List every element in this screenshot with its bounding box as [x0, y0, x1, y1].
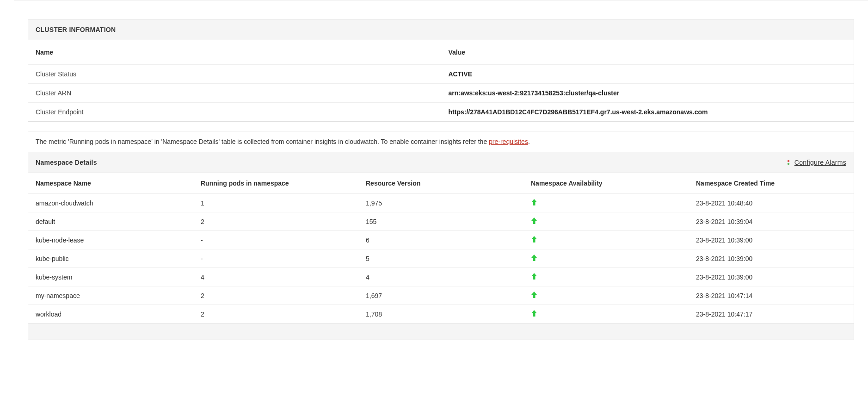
ns-cell-name: default — [28, 212, 193, 231]
svg-point-0 — [788, 160, 789, 162]
ns-cell-avail — [523, 286, 689, 305]
ns-cell-res: 6 — [358, 231, 523, 249]
table-row: Cluster ARN arn:aws:eks:us-west-2:921734… — [28, 84, 854, 103]
ns-cell-name: workload — [28, 305, 193, 323]
cluster-info-table: Name Value Cluster Status ACTIVE Cluster… — [28, 40, 854, 121]
ns-cell-time: 23-8-2021 10:39:04 — [689, 212, 854, 231]
ns-cell-time: 23-8-2021 10:48:40 — [689, 194, 854, 212]
ns-cell-pods: 2 — [193, 305, 358, 323]
ns-cell-res: 4 — [358, 268, 523, 286]
ns-cell-time: 23-8-2021 10:39:00 — [689, 268, 854, 286]
up-arrow-icon — [531, 254, 537, 261]
table-row: kube-public-523-8-2021 10:39:00 — [28, 249, 854, 268]
ns-cell-pods: - — [193, 231, 358, 249]
table-row: amazon-cloudwatch11,97523-8-2021 10:48:4… — [28, 194, 854, 212]
table-row: workload21,70823-8-2021 10:47:17 — [28, 305, 854, 323]
cluster-info-value: https://278A41AD1BD12C4FC7D296ABB5171EF4… — [441, 103, 854, 122]
ns-cell-name: kube-node-lease — [28, 231, 193, 249]
ns-header-time: Namespace Created Time — [689, 173, 854, 194]
up-arrow-icon — [531, 291, 537, 298]
ns-cell-time: 23-8-2021 10:47:17 — [689, 305, 854, 323]
ns-cell-avail — [523, 231, 689, 249]
table-row: default215523-8-2021 10:39:04 — [28, 212, 854, 231]
alarm-icon — [785, 159, 792, 166]
cluster-info-key: Cluster ARN — [28, 84, 441, 103]
configure-alarms-label: Configure Alarms — [794, 159, 846, 166]
notice-text-prefix: The metric 'Running pods in namespace' i… — [36, 138, 489, 145]
up-arrow-icon — [531, 236, 537, 243]
ns-cell-name: amazon-cloudwatch — [28, 194, 193, 212]
ns-header-pods: Running pods in namespace — [193, 173, 358, 194]
cluster-info-panel: CLUSTER INFORMATION Name Value Cluster S… — [28, 19, 854, 122]
ns-cell-res: 155 — [358, 212, 523, 231]
configure-alarms-link[interactable]: Configure Alarms — [785, 159, 846, 166]
ns-cell-res: 1,708 — [358, 305, 523, 323]
ns-cell-res: 1,975 — [358, 194, 523, 212]
up-arrow-icon — [531, 310, 537, 317]
notice-banner: The metric 'Running pods in namespace' i… — [28, 131, 854, 152]
ns-cell-pods: - — [193, 249, 358, 268]
ns-cell-pods: 2 — [193, 286, 358, 305]
namespace-details-title: Namespace Details — [36, 159, 97, 166]
ns-cell-avail — [523, 249, 689, 268]
namespace-details-panel: Namespace Details Configure Alarms Names… — [28, 152, 854, 340]
table-row: my-namespace21,69723-8-2021 10:47:14 — [28, 286, 854, 305]
ns-header-avail: Namespace Availability — [523, 173, 689, 194]
ns-header-name: Namespace Name — [28, 173, 193, 194]
ns-cell-res: 1,697 — [358, 286, 523, 305]
ns-cell-avail — [523, 212, 689, 231]
ns-cell-res: 5 — [358, 249, 523, 268]
ns-cell-time: 23-8-2021 10:47:14 — [689, 286, 854, 305]
cluster-info-value: arn:aws:eks:us-west-2:921734158253:clust… — [441, 84, 854, 103]
cluster-info-header-value: Value — [441, 40, 854, 65]
table-row: Cluster Status ACTIVE — [28, 65, 854, 84]
ns-cell-name: kube-system — [28, 268, 193, 286]
ns-cell-pods: 4 — [193, 268, 358, 286]
namespace-table: Namespace Name Running pods in namespace… — [28, 173, 854, 323]
table-row: kube-system4423-8-2021 10:39:00 — [28, 268, 854, 286]
up-arrow-icon — [531, 273, 537, 280]
namespace-table-footer — [28, 323, 854, 340]
up-arrow-icon — [531, 199, 537, 206]
cluster-info-key: Cluster Status — [28, 65, 441, 84]
ns-header-res: Resource Version — [358, 173, 523, 194]
ns-cell-pods: 1 — [193, 194, 358, 212]
ns-cell-avail — [523, 194, 689, 212]
table-row: Cluster Endpoint https://278A41AD1BD12C4… — [28, 103, 854, 122]
ns-cell-time: 23-8-2021 10:39:00 — [689, 231, 854, 249]
cluster-info-key: Cluster Endpoint — [28, 103, 441, 122]
cluster-info-value: ACTIVE — [441, 65, 854, 84]
svg-point-1 — [788, 163, 789, 165]
ns-cell-name: my-namespace — [28, 286, 193, 305]
ns-cell-time: 23-8-2021 10:39:00 — [689, 249, 854, 268]
notice-text-suffix: . — [528, 138, 530, 145]
cluster-info-header-name: Name — [28, 40, 441, 65]
ns-cell-pods: 2 — [193, 212, 358, 231]
up-arrow-icon — [531, 217, 537, 224]
pre-requisites-link[interactable]: pre-requisites — [489, 138, 528, 145]
ns-cell-avail — [523, 305, 689, 323]
table-row: kube-node-lease-623-8-2021 10:39:00 — [28, 231, 854, 249]
cluster-info-title: CLUSTER INFORMATION — [28, 19, 854, 40]
ns-cell-name: kube-public — [28, 249, 193, 268]
ns-cell-avail — [523, 268, 689, 286]
